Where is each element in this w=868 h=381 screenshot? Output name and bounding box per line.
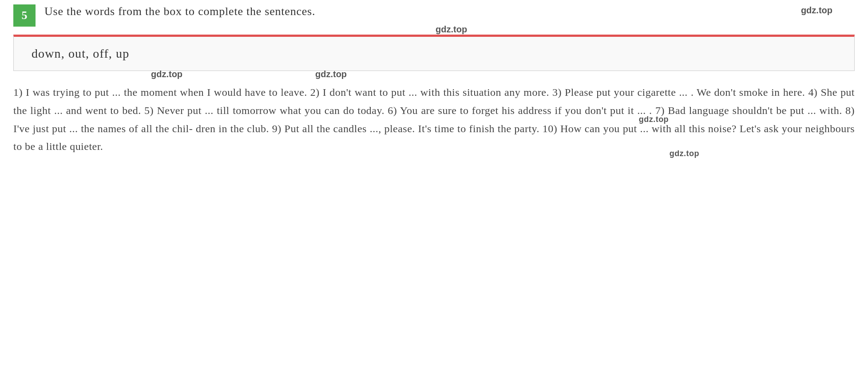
task-number: 5: [13, 4, 36, 27]
watermark-mid-left: gdz.top: [151, 69, 182, 79]
watermark-bottom-right: gdz.top: [670, 147, 699, 161]
page-container: gdz.top gdz.top 5 Use the words from the…: [0, 0, 868, 381]
watermark-top-center: gdz.top: [436, 24, 467, 35]
word-box-content: down, out, off, up: [32, 47, 841, 61]
watermark-top-right: gdz.top: [801, 5, 832, 16]
task-instruction: Use the words from the box to complete t…: [44, 4, 855, 20]
task-header: 5 Use the words from the box to complete…: [13, 0, 855, 27]
watermark-mid-center: gdz.top: [315, 69, 347, 79]
task-body-text: 1) I was trying to put ... the moment wh…: [13, 83, 855, 156]
word-box: down, out, off, up: [13, 35, 855, 71]
watermark-inline-1: gdz.top: [639, 113, 669, 126]
